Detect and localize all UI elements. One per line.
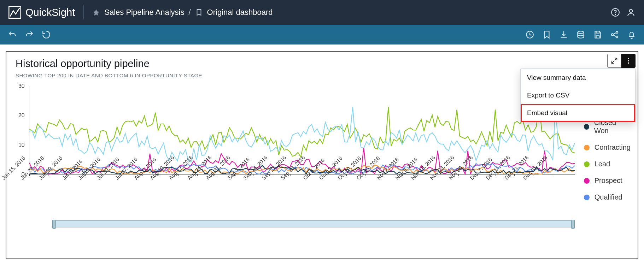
user-icon[interactable]	[626, 8, 636, 17]
app-bar-divider	[83, 5, 84, 19]
expand-button[interactable]	[607, 54, 621, 68]
x-axis-labels: Jun 15, 2016Jun 22, 2016Jun 29, 2016Jul …	[29, 174, 575, 217]
dashboard-stage: View summary data Export to CSV Embed vi…	[0, 44, 644, 265]
bookmark-toolbar-icon[interactable]	[542, 30, 551, 39]
legend-label: Prospect	[595, 177, 622, 185]
redo-icon[interactable]	[25, 30, 34, 39]
legend-label: Lead	[595, 160, 610, 168]
scrollbar-handle-left[interactable]	[52, 220, 56, 229]
menu-embed-visual[interactable]: Embed visual	[521, 104, 635, 122]
legend-contracting[interactable]: Contracting	[584, 143, 631, 152]
svg-point-9	[628, 58, 629, 59]
legend-label: Qualified	[595, 193, 622, 201]
help-icon[interactable]	[611, 8, 620, 17]
app-bar: QuickSight Sales Pipeline Analysis / Ori…	[0, 0, 644, 25]
svg-point-2	[615, 14, 616, 14]
star-icon[interactable]	[92, 8, 100, 16]
breadcrumb: Sales Pipeline Analysis / Original dashb…	[92, 8, 273, 17]
visual-panel: View summary data Export to CSV Embed vi…	[6, 51, 638, 259]
product-name: QuickSight	[25, 7, 75, 18]
legend-qualified[interactable]: Qualified	[584, 193, 631, 201]
scrollbar-handle-right[interactable]	[571, 220, 575, 229]
share-icon[interactable]	[610, 30, 619, 39]
schedule-icon[interactable]	[525, 30, 534, 39]
alerts-icon[interactable]	[627, 30, 636, 39]
quicksight-icon	[8, 6, 21, 19]
chart-scrollbar[interactable]	[52, 220, 575, 227]
svg-point-3	[630, 9, 633, 12]
toolbar	[0, 25, 644, 44]
visual-menu-button[interactable]	[621, 54, 636, 68]
y-tick: 30	[18, 83, 25, 89]
y-tick: 10	[18, 142, 25, 148]
undo-icon[interactable]	[8, 30, 17, 39]
menu-view-summary[interactable]: View summary data	[521, 69, 635, 87]
bookmark-icon[interactable]	[195, 8, 203, 16]
visual-title: Historical opportunity pipeline	[16, 58, 631, 70]
legend-lead[interactable]: Lead	[584, 160, 631, 168]
visual-menu-dropdown: View summary data Export to CSV Embed vi…	[520, 69, 636, 122]
breadcrumb-analysis[interactable]: Sales Pipeline Analysis	[104, 8, 184, 17]
breadcrumb-dashboard[interactable]: Original dashboard	[207, 8, 273, 17]
datasets-icon[interactable]	[576, 30, 585, 39]
svg-point-5	[578, 31, 584, 34]
reset-icon[interactable]	[42, 30, 51, 39]
menu-export-csv[interactable]: Export to CSV	[521, 87, 635, 104]
svg-point-10	[628, 60, 629, 61]
legend-label: Contracting	[595, 143, 631, 152]
svg-point-11	[628, 63, 629, 64]
download-icon[interactable]	[559, 30, 568, 39]
legend-prospect[interactable]: Prospect	[584, 177, 631, 185]
breadcrumb-sep: /	[188, 8, 191, 17]
save-icon[interactable]	[593, 30, 602, 39]
y-tick: 20	[18, 112, 25, 119]
logo[interactable]: QuickSight	[8, 6, 75, 19]
